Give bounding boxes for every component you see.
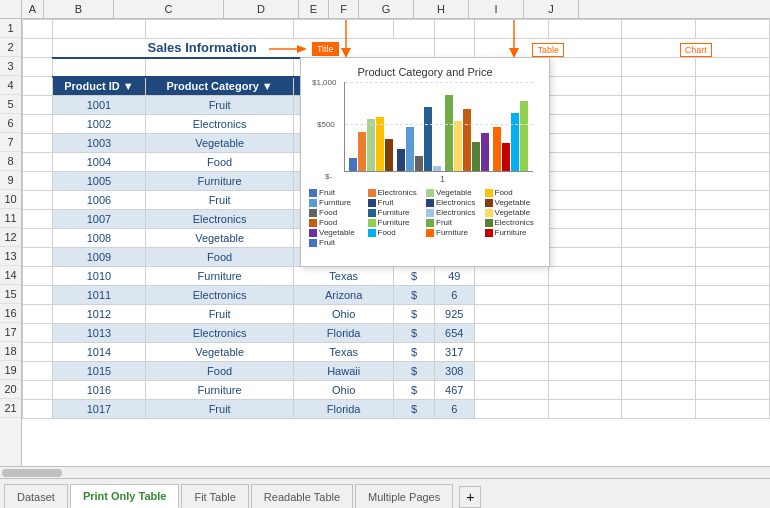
cell-r2-a (23, 39, 53, 58)
table-arrow-area (331, 20, 361, 58)
col-header-d: D (224, 0, 299, 18)
bar-15 (481, 133, 489, 171)
table-row: 1012 Fruit Ohio $ 925 (23, 305, 770, 324)
title-cell: Sales Information Title (52, 39, 434, 58)
cell-r1-i (622, 20, 696, 39)
app-container: A B C D E F G H I J 1 2 3 4 5 6 7 8 9 10 (0, 0, 770, 508)
row-num-8: 8 (0, 152, 21, 171)
legend-item-10: Furniture (368, 208, 425, 217)
legend-item-14: Furniture (368, 218, 425, 227)
scrollbar-thumb[interactable] (2, 469, 62, 477)
row-numbers: 1 2 3 4 5 6 7 8 9 10 11 12 13 14 15 16 1… (0, 19, 22, 466)
row-num-18: 18 (0, 342, 21, 361)
svg-marker-5 (509, 48, 519, 58)
row-num-16: 16 (0, 304, 21, 323)
horizontal-scrollbar[interactable] (0, 466, 770, 478)
row-num-19: 19 (0, 361, 21, 380)
legend-item-4: Food (485, 188, 542, 197)
gridline-top (345, 82, 533, 83)
legend-color-5 (309, 199, 317, 207)
col-header-a: A (22, 0, 44, 18)
col-header-g: G (359, 0, 414, 18)
legend-item-3: Vegetable (426, 188, 483, 197)
bar-10 (433, 166, 441, 171)
col-header-i: I (469, 0, 524, 18)
header-product-id: Product ID ▼ (52, 77, 146, 96)
y-label-0: $- (325, 172, 332, 181)
table-row: 1017 Fruit Florida $ 6 (23, 400, 770, 419)
legend-color-9 (309, 209, 317, 217)
table-row: 1011 Electronics Arizona $ 6 (23, 286, 770, 305)
header-category: Product Category ▼ (146, 77, 294, 96)
cell-r1-a (23, 20, 53, 39)
row-num-2: 2 (0, 38, 21, 57)
bar-13 (463, 109, 471, 171)
table-row: Sales Information Title Table Chart (23, 39, 770, 58)
table-row (23, 20, 770, 39)
legend-item-13: Food (309, 218, 366, 227)
row-num-17: 17 (0, 323, 21, 342)
cell-r1-h (548, 20, 622, 39)
bar-17 (502, 143, 510, 171)
legend-item-20: Furniture (485, 228, 542, 237)
chart-label-cell: Chart (622, 39, 770, 58)
table-down-arrow (331, 20, 361, 58)
row-num-13: 13 (0, 247, 21, 266)
table-row: 1015 Food Hawaii $ 308 (23, 362, 770, 381)
col-header-e: E (299, 0, 329, 18)
legend-item-15: Fruit (426, 218, 483, 227)
bar-2 (358, 132, 366, 171)
tab-readable-table[interactable]: Readable Table (251, 484, 353, 508)
tab-print-only-table[interactable]: Print Only Table (70, 484, 180, 508)
cell-r3-j (696, 58, 770, 77)
tab-dataset[interactable]: Dataset (4, 484, 68, 508)
chart-down-arrow (499, 20, 529, 58)
row-num-21: 21 (0, 399, 21, 418)
col-header-j: J (524, 0, 579, 18)
tab-fit-table[interactable]: Fit Table (181, 484, 248, 508)
cell-r3-h (548, 58, 622, 77)
table-row: 1010 Furniture Texas $ 49 (23, 267, 770, 286)
chart-arrow-area (499, 20, 529, 58)
legend-color-2 (368, 189, 376, 197)
grid-area: Sales Information Title Table Chart (22, 19, 770, 466)
row-num-15: 15 (0, 285, 21, 304)
legend-item-17: Vegetable (309, 228, 366, 237)
legend-item-19: Furniture (426, 228, 483, 237)
col-header-c: C (114, 0, 224, 18)
legend-color-4 (485, 189, 493, 197)
x-label: 1 (344, 174, 541, 184)
cell-r3-b (52, 58, 146, 77)
col-header-h: H (414, 0, 469, 18)
col-header-b: B (44, 0, 114, 18)
legend-item-18: Food (368, 228, 425, 237)
cell-r2-f (434, 39, 474, 58)
bar-14 (472, 142, 480, 171)
cell-r1-f (434, 20, 474, 39)
gridline-mid (345, 124, 533, 125)
legend-color-11 (426, 209, 434, 217)
chart-plot-area: $1,000 $500 $- (344, 82, 533, 172)
legend-color-14 (368, 219, 376, 227)
cell-r4-a (23, 77, 53, 96)
row-num-11: 11 (0, 209, 21, 228)
legend-item-8: Vegetable (485, 198, 542, 207)
y-label-1000: $1,000 (312, 78, 336, 87)
svg-marker-3 (341, 48, 351, 58)
legend-color-8 (485, 199, 493, 207)
row-num-14: 14 (0, 266, 21, 285)
legend-color-19 (426, 229, 434, 237)
y-label-500: $500 (317, 120, 335, 129)
cell-r3-c (146, 58, 294, 77)
bar-6 (397, 149, 405, 171)
corner-cell (0, 0, 22, 18)
cell-r3-a (23, 58, 53, 77)
sales-title: Sales Information (148, 40, 257, 55)
legend-color-3 (426, 189, 434, 197)
bar-3 (367, 119, 375, 171)
cell-r4-h (548, 77, 622, 96)
tab-multiple-pages[interactable]: Multiple Pages (355, 484, 453, 508)
add-tab-button[interactable]: + (459, 486, 481, 508)
bar-8 (415, 156, 423, 171)
table-row: 1014 Vegetable Texas $ 317 (23, 343, 770, 362)
